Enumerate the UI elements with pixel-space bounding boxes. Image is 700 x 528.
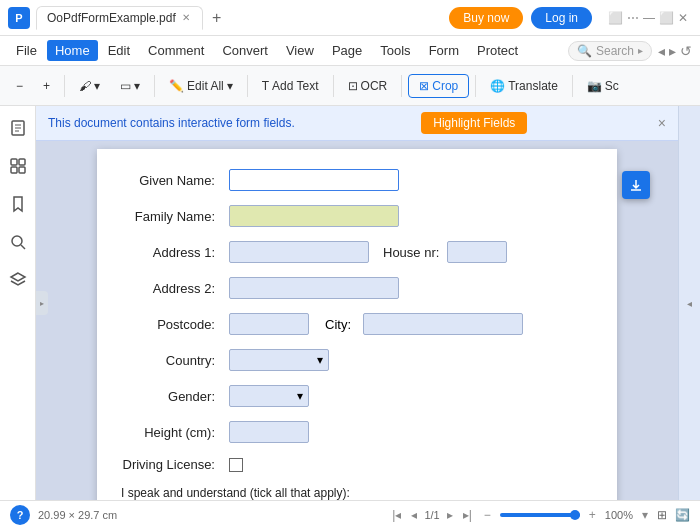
translate-label: Translate bbox=[508, 79, 558, 93]
house-nr-input[interactable] bbox=[447, 241, 507, 263]
sidebar-thumbnails-icon[interactable] bbox=[4, 152, 32, 180]
toolbar-divider-6 bbox=[475, 75, 476, 97]
svg-rect-6 bbox=[11, 167, 17, 173]
postcode-input[interactable] bbox=[229, 313, 309, 335]
family-name-label: Family Name: bbox=[121, 209, 221, 224]
first-page-button[interactable]: |◂ bbox=[389, 506, 404, 524]
menu-form[interactable]: Form bbox=[421, 40, 467, 61]
house-nr-label: House nr: bbox=[383, 245, 439, 260]
nav-back-icon[interactable]: ◂ bbox=[658, 43, 665, 59]
zoom-chevron-button[interactable]: ▾ bbox=[639, 506, 651, 524]
tab-title: OoPdfFormExample.pdf bbox=[47, 11, 176, 25]
buy-now-button[interactable]: Buy now bbox=[449, 7, 523, 29]
new-tab-button[interactable]: + bbox=[205, 6, 229, 30]
shape-chevron-icon: ▾ bbox=[134, 79, 140, 93]
next-page-button[interactable]: ▸ bbox=[444, 506, 456, 524]
driving-license-checkbox[interactable] bbox=[229, 458, 243, 472]
window-more-icon[interactable]: ⋯ bbox=[627, 11, 639, 25]
window-close-icon[interactable]: ✕ bbox=[678, 11, 688, 25]
given-name-input[interactable] bbox=[229, 169, 399, 191]
tab-close-icon[interactable]: ✕ bbox=[180, 12, 192, 23]
zoom-in-button[interactable]: + bbox=[35, 75, 58, 97]
menu-comment[interactable]: Comment bbox=[140, 40, 212, 61]
pdf-document[interactable]: Given Name: Family Name: Address 1: Hous… bbox=[36, 141, 678, 500]
translate-button[interactable]: 🌐 Translate bbox=[482, 75, 566, 97]
edit-all-button[interactable]: ✏️ Edit All ▾ bbox=[161, 75, 241, 97]
add-text-button[interactable]: T Add Text bbox=[254, 75, 327, 97]
sidebar-left bbox=[0, 106, 36, 500]
highlight-fields-button[interactable]: Highlight Fields bbox=[421, 112, 527, 134]
postcode-label: Postcode: bbox=[121, 317, 221, 332]
sidebar-bookmarks-icon[interactable] bbox=[4, 190, 32, 218]
address1-input[interactable] bbox=[229, 241, 369, 263]
page-total: 1 bbox=[434, 509, 440, 521]
window-icon-1[interactable]: ⬜ bbox=[608, 11, 623, 25]
sidebar-collapse-button[interactable]: ▸ bbox=[36, 291, 48, 315]
form-row-address1: Address 1: House nr: bbox=[121, 241, 593, 263]
form-row-height: Height (cm): bbox=[121, 421, 593, 443]
sc-button[interactable]: 📷 Sc bbox=[579, 75, 627, 97]
menu-protect[interactable]: Protect bbox=[469, 40, 526, 61]
country-select[interactable]: ▾ bbox=[229, 349, 329, 371]
prev-page-button[interactable]: ◂ bbox=[408, 506, 420, 524]
languages-label: I speak and understand (tick all that ap… bbox=[121, 486, 350, 500]
window-minimize-icon[interactable]: — bbox=[643, 11, 655, 25]
form-row-postcode: Postcode: City: bbox=[121, 313, 593, 335]
form-row-languages-label: I speak and understand (tick all that ap… bbox=[121, 486, 593, 500]
menu-page[interactable]: Page bbox=[324, 40, 370, 61]
active-tab[interactable]: OoPdfFormExample.pdf ✕ bbox=[36, 6, 203, 30]
add-text-icon: T bbox=[262, 79, 269, 93]
content-area: This document contains interactive form … bbox=[36, 106, 678, 500]
toolbar-divider-4 bbox=[333, 75, 334, 97]
last-page-button[interactable]: ▸| bbox=[460, 506, 475, 524]
window-maximize-icon[interactable]: ⬜ bbox=[659, 11, 674, 25]
sc-label: Sc bbox=[605, 79, 619, 93]
download-fab-button[interactable] bbox=[622, 171, 650, 199]
sidebar-layers-icon[interactable] bbox=[4, 266, 32, 294]
highlight-button[interactable]: 🖌 ▾ bbox=[71, 75, 108, 97]
crop-icon: ⊠ bbox=[419, 79, 429, 93]
zoom-in-status-button[interactable]: + bbox=[586, 506, 599, 524]
address2-input[interactable] bbox=[229, 277, 399, 299]
family-name-input[interactable] bbox=[229, 205, 399, 227]
nav-refresh-icon[interactable]: ↺ bbox=[680, 43, 692, 59]
height-input[interactable] bbox=[229, 421, 309, 443]
nav-forward-icon[interactable]: ▸ bbox=[669, 43, 676, 59]
sidebar-right-collapse-icon[interactable]: ◂ bbox=[687, 298, 692, 309]
shape-button[interactable]: ▭ ▾ bbox=[112, 75, 148, 97]
menu-convert[interactable]: Convert bbox=[214, 40, 276, 61]
zoom-out-status-button[interactable]: − bbox=[481, 506, 494, 524]
status-bar: ? 20.99 × 29.7 cm |◂ ◂ 1/1 ▸ ▸| − + 100%… bbox=[0, 500, 700, 528]
svg-rect-7 bbox=[19, 167, 25, 173]
sidebar-search-icon[interactable] bbox=[4, 228, 32, 256]
crop-button[interactable]: ⊠ Crop bbox=[408, 74, 469, 98]
menu-edit[interactable]: Edit bbox=[100, 40, 138, 61]
form-row-family-name: Family Name: bbox=[121, 205, 593, 227]
menu-home[interactable]: Home bbox=[47, 40, 98, 61]
search-chevron-icon: ▸ bbox=[638, 45, 643, 56]
fit-width-icon[interactable]: ⊞ bbox=[657, 508, 667, 522]
title-bar: P OoPdfFormExample.pdf ✕ + Buy now Log i… bbox=[0, 0, 700, 36]
login-button[interactable]: Log in bbox=[531, 7, 592, 29]
ocr-button[interactable]: ⊡ OCR bbox=[340, 75, 396, 97]
title-bar-controls: Buy now Log in ⬜ ⋯ — ⬜ ✕ bbox=[449, 7, 692, 29]
form-row-address2: Address 2: bbox=[121, 277, 593, 299]
title-bar-left: P OoPdfFormExample.pdf ✕ + bbox=[8, 6, 449, 30]
app-icon: P bbox=[8, 7, 30, 29]
country-chevron-icon: ▾ bbox=[317, 353, 323, 367]
help-button[interactable]: ? bbox=[10, 505, 30, 525]
page-dimensions: 20.99 × 29.7 cm bbox=[38, 509, 117, 521]
menu-search[interactable]: 🔍 Search ▸ bbox=[568, 41, 652, 61]
menu-view[interactable]: View bbox=[278, 40, 322, 61]
zoom-out-button[interactable]: − bbox=[8, 75, 31, 97]
sidebar-pages-icon[interactable] bbox=[4, 114, 32, 142]
city-input[interactable] bbox=[363, 313, 523, 335]
menu-tools[interactable]: Tools bbox=[372, 40, 418, 61]
rotate-icon[interactable]: 🔄 bbox=[675, 508, 690, 522]
notification-close-icon[interactable]: × bbox=[658, 115, 666, 131]
zoom-slider[interactable] bbox=[500, 513, 580, 517]
form-row-gender: Gender: ▾ bbox=[121, 385, 593, 407]
gender-select[interactable]: ▾ bbox=[229, 385, 309, 407]
camera-icon: 📷 bbox=[587, 79, 602, 93]
menu-file[interactable]: File bbox=[8, 40, 45, 61]
